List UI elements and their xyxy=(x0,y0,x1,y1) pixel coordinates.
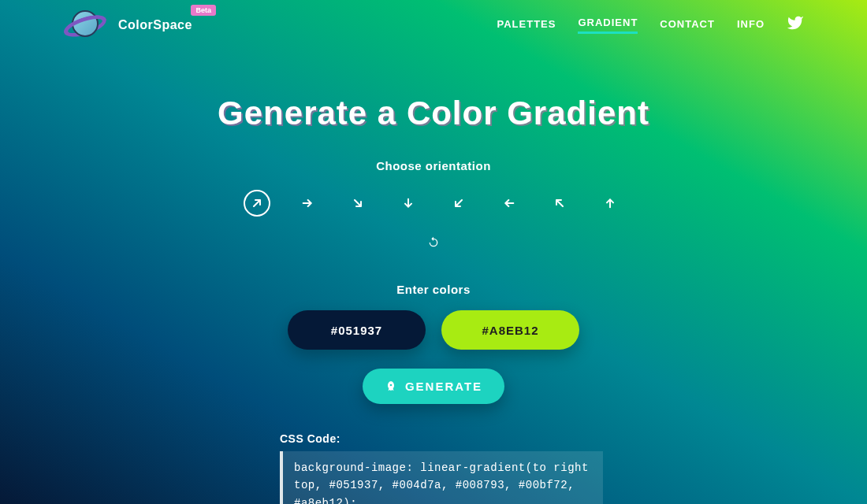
twitter-icon[interactable] xyxy=(787,14,804,37)
nav-palettes[interactable]: PALETTES xyxy=(497,18,556,33)
reset-icon[interactable] xyxy=(420,229,447,256)
color-input-2[interactable]: #A8EB12 xyxy=(441,310,579,350)
nav-gradient[interactable]: GRADIENT xyxy=(578,17,638,34)
css-code-output[interactable]: background-image: linear-gradient(to rig… xyxy=(280,451,603,504)
brand: ColorSpace Beta xyxy=(63,9,192,41)
beta-badge: Beta xyxy=(191,5,216,16)
orient-bottom-right[interactable] xyxy=(344,190,371,217)
main-nav: PALETTES GRADIENT CONTACT INFO xyxy=(497,14,804,37)
logo-icon xyxy=(63,9,107,41)
nav-info[interactable]: INFO xyxy=(737,18,765,33)
rocket-icon xyxy=(385,380,397,393)
css-code-label: CSS Code: xyxy=(280,432,603,445)
orient-top[interactable] xyxy=(597,190,623,217)
nav-contact[interactable]: CONTACT xyxy=(660,18,715,33)
color-input-1[interactable]: #051937 xyxy=(288,310,426,350)
orientation-label: Choose orientation xyxy=(376,159,491,172)
orient-top-left[interactable] xyxy=(546,190,573,217)
orient-bottom-left[interactable] xyxy=(445,190,472,217)
generate-label: GENERATE xyxy=(405,380,482,393)
brand-name: ColorSpace xyxy=(118,18,192,32)
colors-label: Enter colors xyxy=(396,283,471,296)
orient-left[interactable] xyxy=(496,190,523,217)
page-title: Generate a Color Gradient xyxy=(218,94,649,132)
orientation-picker xyxy=(244,190,623,217)
generate-button[interactable]: GENERATE xyxy=(363,369,504,404)
orient-right[interactable] xyxy=(294,190,321,217)
orient-bottom[interactable] xyxy=(395,190,422,217)
orient-top-right[interactable] xyxy=(244,190,270,217)
